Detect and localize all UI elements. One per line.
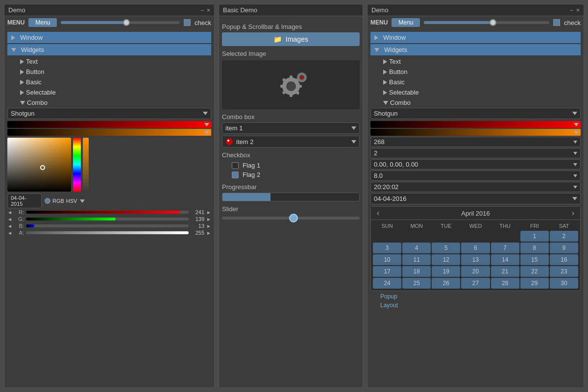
cal-day-30[interactable]: 30 (550, 278, 578, 289)
shotgun-combo[interactable]: Shotgun (370, 108, 581, 119)
menu-button[interactable]: Menu (392, 18, 420, 27)
g-left-arrow[interactable]: ◄ (7, 217, 12, 222)
cal-day-9[interactable]: 9 (550, 243, 578, 253)
cal-day-19[interactable]: 19 (432, 266, 460, 277)
arrow-icon (383, 70, 387, 74)
cal-day-20[interactable]: 20 (461, 266, 490, 277)
g-slider[interactable] (26, 218, 189, 220)
r-right-arrow[interactable]: ► (206, 210, 211, 215)
num-field-coords[interactable]: 0.00, 0.00, 0.00 (370, 159, 581, 170)
num-field-268[interactable]: 268 (370, 137, 581, 147)
num-field-time[interactable]: 20:20:02 (370, 182, 581, 192)
b-left-arrow[interactable]: ◄ (7, 223, 12, 229)
tree-item-window[interactable]: Window (370, 32, 581, 43)
slider-track[interactable] (222, 217, 360, 220)
cal-day-14[interactable]: 14 (491, 254, 519, 265)
combo2-select[interactable]: item 2 (222, 136, 360, 147)
popup-layout-section: Popup Layout (370, 291, 581, 311)
cal-day-10[interactable]: 10 (373, 254, 401, 265)
tree-item-selectable[interactable]: Selectable (380, 87, 581, 98)
num-field-8[interactable]: 8.0 (370, 171, 581, 181)
tree-item-combo[interactable]: Combo (380, 98, 581, 108)
cal-day-28[interactable]: 28 (491, 278, 519, 289)
tree-item-button[interactable]: Button (17, 67, 211, 77)
cal-day-18[interactable]: 18 (402, 266, 431, 277)
cal-day-13[interactable]: 13 (461, 254, 490, 265)
right-panel-title: Demo (371, 6, 389, 14)
b-right-arrow[interactable]: ► (206, 223, 211, 229)
menu-slider[interactable] (61, 21, 180, 24)
cal-day-6[interactable]: 6 (461, 243, 490, 253)
cal-day-11[interactable]: 11 (402, 254, 431, 265)
r-slider[interactable] (26, 211, 189, 214)
menu-checkbox[interactable] (553, 19, 560, 26)
red-color-bar[interactable] (7, 121, 211, 128)
cal-day-1[interactable]: 1 (520, 231, 549, 242)
tree-item-combo[interactable]: Combo (17, 98, 211, 108)
tree-item-button[interactable]: Button (380, 67, 581, 77)
flag1-checkbox[interactable] (232, 162, 239, 169)
tree-item-basic[interactable]: Basic (17, 77, 211, 87)
cal-day-27[interactable]: 27 (461, 278, 490, 289)
cal-day-15[interactable]: 15 (520, 254, 549, 265)
cal-day-29[interactable]: 29 (520, 278, 549, 289)
cal-day-26[interactable]: 26 (432, 278, 460, 289)
cal-day-22[interactable]: 22 (520, 266, 549, 277)
g-right-arrow[interactable]: ► (206, 217, 211, 222)
cal-day-4[interactable]: 4 (402, 243, 431, 253)
color-picker-gradient[interactable] (7, 138, 71, 192)
cal-day-25[interactable]: 25 (402, 278, 431, 289)
cal-day-23[interactable]: 23 (550, 266, 578, 277)
crosshair-icon (40, 165, 45, 170)
flag2-checkbox[interactable] (232, 172, 239, 178)
combo1-select[interactable]: item 1 (222, 122, 360, 134)
layout-item[interactable]: Layout (380, 301, 571, 310)
tree-item-selectable[interactable]: Selectable (17, 87, 211, 98)
cal-day-16[interactable]: 16 (550, 254, 578, 265)
orange-color-bar[interactable] (370, 129, 581, 136)
close-icon[interactable]: × (207, 7, 210, 14)
cal-day-17[interactable]: 17 (373, 266, 401, 277)
a-slider[interactable] (26, 231, 189, 234)
menu-slider[interactable] (424, 21, 549, 24)
tree-item-widgets[interactable]: Widgets (370, 44, 581, 55)
shotgun-combo[interactable]: Shotgun (7, 108, 211, 119)
tree-item-widgets[interactable]: Widgets (7, 44, 211, 55)
cal-day-5[interactable]: 5 (432, 243, 460, 253)
menu-checkbox[interactable] (184, 19, 191, 26)
date-field[interactable]: 04-04-2016 (370, 193, 581, 204)
b-slider[interactable] (26, 224, 189, 227)
cal-day-21[interactable]: 21 (491, 266, 519, 277)
r-left-arrow[interactable]: ◄ (7, 210, 12, 215)
prev-month-button[interactable]: ‹ (375, 209, 381, 218)
tree-item-window[interactable]: Window (7, 32, 211, 43)
num-field-2[interactable]: 2 (370, 148, 581, 158)
rgb-radio[interactable] (45, 198, 50, 204)
red-color-bar[interactable] (370, 121, 581, 128)
tree-item-text[interactable]: Text (380, 56, 581, 67)
cal-day-8[interactable]: 8 (520, 243, 549, 253)
g-value: 139 (191, 216, 204, 222)
close-icon[interactable]: × (576, 7, 580, 14)
next-month-button[interactable]: › (570, 209, 576, 218)
alpha-bar[interactable] (83, 138, 89, 192)
a-left-arrow[interactable]: ◄ (7, 230, 12, 236)
tree-item-basic[interactable]: Basic (380, 77, 581, 87)
cal-day-7[interactable]: 7 (491, 243, 519, 253)
cal-day-3[interactable]: 3 (373, 243, 401, 253)
hue-bar[interactable] (73, 138, 81, 192)
slider-thumb[interactable] (289, 214, 298, 222)
cal-day-12[interactable]: 12 (432, 254, 460, 265)
images-button[interactable]: 📁 Images (222, 32, 360, 46)
hex-value[interactable]: 04-04-2015 (7, 194, 42, 208)
tree-item-text[interactable]: Text (17, 56, 211, 67)
a-right-arrow[interactable]: ► (206, 230, 211, 236)
minimize-icon[interactable]: − (200, 7, 204, 14)
popup-item[interactable]: Popup (380, 292, 571, 301)
orange-color-bar[interactable] (7, 129, 211, 136)
cal-day-24[interactable]: 24 (373, 278, 401, 289)
menu-button[interactable]: Menu (28, 18, 57, 27)
combo-value: Shotgun (11, 110, 34, 117)
minimize-icon[interactable]: − (570, 7, 573, 14)
cal-day-2[interactable]: 2 (550, 231, 578, 242)
